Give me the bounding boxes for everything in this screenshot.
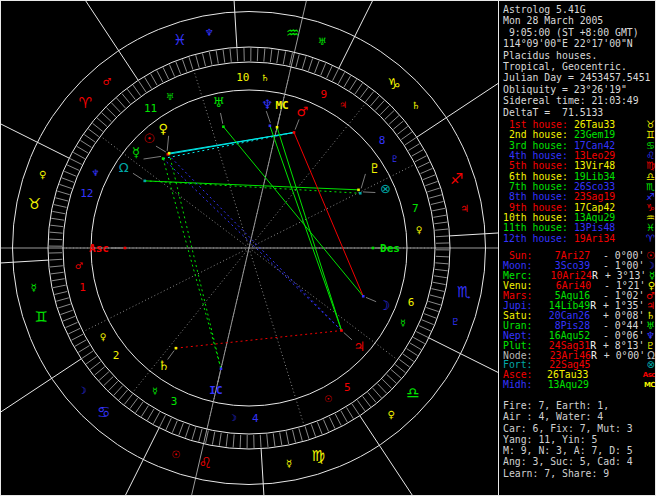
house-ruler-icon: ☿ <box>152 386 158 396</box>
planet-position-dot <box>276 126 279 129</box>
degree-tick <box>389 116 399 125</box>
degree-tick <box>267 434 268 447</box>
degree-tick <box>338 72 344 83</box>
retrograde-flag <box>590 251 596 261</box>
degree-tick <box>435 263 448 264</box>
degree-tick <box>124 394 132 404</box>
degree-tick <box>323 420 328 432</box>
house-ruler-icon: ♂ <box>75 261 83 271</box>
degree-tick <box>366 92 374 102</box>
house-number: 3 <box>171 395 178 408</box>
degree-tick <box>371 96 379 106</box>
house-number: 8 <box>379 134 386 147</box>
degree-tick <box>430 295 443 298</box>
astrolog-window: 1♂2♀3☿4☽5☉6☿7♀8♇9♃10♄11♅12♆♈♂♉♀♊☿♋☽♌☉♍☿♎… <box>0 0 656 496</box>
aspect-line <box>270 126 342 331</box>
stat-line: Learn: 7, Share: 9 <box>503 468 655 479</box>
angle-label: IC <box>209 384 222 397</box>
degree-tick <box>141 406 148 417</box>
house-cusp-line <box>249 248 397 359</box>
house-ruler-icon: ☽ <box>229 413 237 423</box>
house-number: 11 <box>144 102 157 115</box>
planet-position-dot <box>340 329 343 332</box>
degree-tick <box>185 425 189 437</box>
zodiac-system: Tropical, Geocentric. <box>503 61 656 72</box>
degree-tick <box>431 201 444 204</box>
house-ruler-icon: ♆ <box>91 168 99 178</box>
zodiac-sign-icon: ♎ <box>406 384 419 402</box>
degree-tick <box>423 175 435 180</box>
sign-boundary-line <box>1 359 81 469</box>
degree-tick <box>240 435 241 448</box>
degree-tick <box>56 298 69 301</box>
degree-tick <box>63 316 75 321</box>
sign-boundary-line <box>225 1 237 47</box>
house-row: 12th house:19Ari34♈ <box>503 234 655 244</box>
degree-tick <box>405 138 416 145</box>
degree-tick <box>157 71 163 83</box>
sign-boundary-line <box>70 428 159 495</box>
degree-tick <box>119 390 127 400</box>
house-ruler-icon: ☉ <box>324 394 332 404</box>
degree-tick <box>403 354 414 361</box>
planet-position-dot <box>362 295 365 298</box>
degree-tick <box>57 191 69 195</box>
degree-tick <box>401 132 412 140</box>
degree-tick <box>196 55 199 68</box>
degree-tick <box>151 74 157 85</box>
degree-tick <box>54 205 67 208</box>
degree-tick <box>111 103 120 112</box>
house-label: 12th house: <box>503 234 568 244</box>
planet-icon: ♆ <box>261 97 273 112</box>
degree-tick <box>99 372 109 381</box>
house-ruler-icon: ♇ <box>391 154 399 164</box>
degree-tick <box>117 98 126 108</box>
degree-tick <box>380 105 389 114</box>
angle-label: Des <box>380 242 400 255</box>
chart-date: Mon 28 March 2005 <box>503 15 656 26</box>
degree-tick <box>308 58 312 70</box>
degree-tick <box>114 386 123 396</box>
degree-tick <box>237 48 238 61</box>
sign-boundary-line <box>417 28 499 138</box>
degree-tick <box>429 195 442 198</box>
stat-line: Ang: 3, Suc: 5, Cad: 4 <box>503 456 655 467</box>
sign-ruler-icon: ♂ <box>102 76 111 87</box>
planet-position-dot <box>269 124 272 127</box>
degree-tick <box>292 430 295 443</box>
planet-pointer-line <box>220 113 222 124</box>
degree-tick <box>219 433 221 446</box>
degree-tick <box>68 328 80 334</box>
house-number: 12 <box>80 187 93 200</box>
julian-day: Julian Day = 2453457.5451 <box>503 72 656 83</box>
angle-label: Asc <box>89 242 109 255</box>
planet-row: Midh:13Aqu29MC <box>503 380 655 390</box>
aspect-line <box>168 154 342 330</box>
degree-tick <box>421 168 433 173</box>
house-number: 7 <box>412 202 419 215</box>
house-number: 1 <box>79 281 86 294</box>
degree-tick <box>127 89 135 99</box>
stat-line: M: 9, N: 3, A: 7, D: 5 <box>503 445 655 456</box>
house-cusp-line <box>84 248 249 331</box>
planet-pointer-line <box>295 119 299 129</box>
stat-line: Car: 6, Fix: 7, Mut: 3 <box>503 423 655 434</box>
house-ruler-icon: ♄ <box>261 73 269 83</box>
degree-tick <box>54 291 67 294</box>
house-ruler-icon: ♀ <box>100 332 107 342</box>
degree-tick <box>52 279 65 281</box>
degree-tick <box>75 340 86 346</box>
sign-ruler-icon: ♄ <box>411 100 420 111</box>
planet-label: Midh: <box>503 380 533 390</box>
degree-tick <box>55 198 68 201</box>
aspect-line <box>163 159 221 369</box>
planet-position-dot <box>359 192 362 195</box>
sign-ruler-icon: ♀ <box>39 169 46 180</box>
degree-tick <box>327 66 332 78</box>
planet-icon: ⊗ <box>647 360 655 370</box>
retrograde-flag: R <box>591 351 597 361</box>
panel-divider <box>498 1 499 495</box>
retrograde-flag <box>590 321 596 331</box>
degree-tick <box>299 428 302 441</box>
degree-tick <box>223 50 225 63</box>
